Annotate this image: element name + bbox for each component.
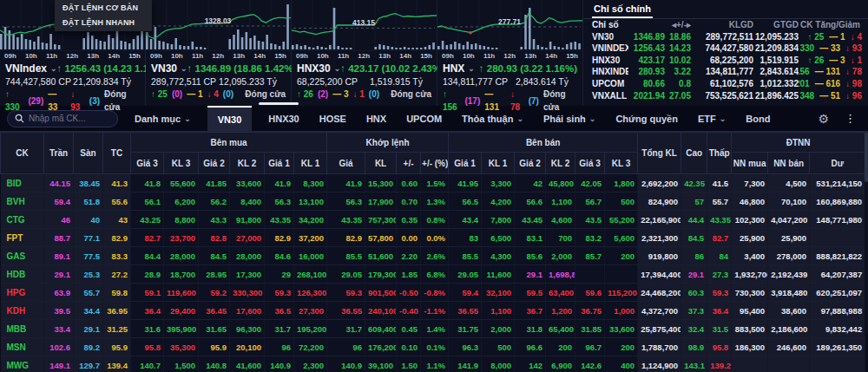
- floor-count: (0): [369, 88, 379, 101]
- col-header[interactable]: Giá 1: [265, 153, 294, 174]
- cell-s-gia2: 96.6: [515, 338, 546, 356]
- col-header[interactable]: +/-: [397, 153, 421, 174]
- col-header[interactable]: KL 2: [230, 153, 265, 174]
- cell-b-kl1: 268,100: [294, 265, 327, 284]
- cell-s-kl2: 700: [546, 229, 575, 247]
- table-row[interactable]: MWG149.1129.7139.4140.71,500140.841,6001…: [1, 356, 865, 372]
- menu-item-hnx30[interactable]: HNX30: [265, 106, 302, 132]
- cell-ck[interactable]: GAS: [1, 247, 44, 265]
- col-header[interactable]: KL 1: [482, 153, 515, 174]
- decliners: ↓ 78: [510, 88, 524, 114]
- col-group-khớp-lệnh[interactable]: Khớp lệnh: [327, 133, 449, 153]
- cell-s-gia3: 43.5: [575, 211, 605, 229]
- index-row[interactable]: VNINDEX1256.4314.23744,427,58021,209.834…: [583, 42, 868, 55]
- col-group-ck[interactable]: CK: [1, 133, 44, 174]
- menu-item-bond[interactable]: Bond: [742, 106, 773, 132]
- cell-thap: 139.2: [707, 356, 732, 372]
- col-header[interactable]: Giá 3: [131, 153, 164, 174]
- context-menu-item[interactable]: ĐẶT LỆNH NHANH: [55, 16, 152, 30]
- menubar-icons: ⚙ ⋮: [818, 112, 868, 126]
- menu-item-chứng-quyền[interactable]: Chứng quyền: [612, 106, 681, 132]
- cell-ck[interactable]: HDB: [1, 265, 44, 284]
- cell-ck[interactable]: BID: [1, 174, 44, 193]
- col-group-tổng-kl[interactable]: Tổng KL: [638, 133, 681, 174]
- index-row[interactable]: HNX30423.1710.0268,225,2001,519.915↑ 26—…: [583, 55, 868, 67]
- index-row[interactable]: VNXALL2021.9427.05753,525,62121,896.425↑…: [583, 90, 868, 102]
- col-header[interactable]: CK Tăng/Giảm: [799, 19, 867, 31]
- index-row[interactable]: HNXINDEX280.933.22134,811,7772,843.614↑ …: [583, 66, 868, 78]
- cell-ck[interactable]: BVH: [1, 193, 44, 211]
- kebab-menu-icon[interactable]: ⋮: [845, 112, 856, 125]
- col-group-cao[interactable]: Cao: [681, 133, 707, 174]
- col-header[interactable]: Giá 2: [199, 153, 230, 174]
- menu-item-hose[interactable]: HOSE: [316, 106, 350, 132]
- scrollbar-thumb[interactable]: [865, 132, 868, 182]
- cell-ck[interactable]: FPT: [1, 229, 44, 247]
- col-header[interactable]: +/- (%): [421, 153, 449, 174]
- index-summary: HNX30⌄↑ 423.17 (10.02 2.43%): [292, 61, 437, 75]
- col-header[interactable]: Dư: [810, 153, 865, 174]
- table-row[interactable]: HDB29.125.327.228.918,70028.9517,3002926…: [1, 265, 865, 284]
- col-group-tc[interactable]: TC: [103, 133, 131, 174]
- gear-icon[interactable]: ⚙: [818, 112, 829, 126]
- table-row[interactable]: KDH39.534.436.9536.429,40036.4517,60036.…: [1, 302, 865, 320]
- cell-ck[interactable]: MSN: [1, 338, 44, 356]
- col-header[interactable]: [628, 19, 665, 31]
- cell-ck[interactable]: MWG: [1, 356, 44, 372]
- cell-ck[interactable]: KDH: [1, 302, 44, 320]
- table-row[interactable]: BID44.1538.4541.341.855,60041.8533,60041…: [1, 174, 865, 193]
- table-row[interactable]: BVH59.451.855.656.16,20056.28,40056.313,…: [1, 193, 865, 211]
- index-selector[interactable]: VNIndex⌄: [5, 62, 57, 75]
- menu-item-hnx[interactable]: HNX: [363, 106, 390, 132]
- col-group-sàn[interactable]: Sàn: [74, 133, 103, 174]
- col-group-bên-bán[interactable]: Bên bán: [449, 133, 638, 153]
- col-header[interactable]: KLGD: [691, 19, 753, 31]
- col-header[interactable]: KL 3: [164, 153, 199, 174]
- col-header[interactable]: GTGD: [753, 19, 799, 31]
- total-shares: 744,427,580 CP: [5, 75, 71, 88]
- col-header-sortable[interactable]: ◂+/-▸: [665, 19, 691, 31]
- menu-item-vn30[interactable]: VN30: [207, 106, 253, 132]
- table-row[interactable]: FPT88.777.182.982.723,70082.827,00082.93…: [1, 229, 865, 247]
- vertical-scrollbar[interactable]: [865, 132, 868, 334]
- index-row-name: VNXALL: [583, 90, 628, 102]
- table-row[interactable]: MBB33.429.131.2531.6395,90031.6596,30031…: [1, 320, 865, 338]
- breadth-line: ↑ 26(2)— 3↓ 1(0)Đóng cửa: [292, 88, 437, 101]
- col-group-thấp[interactable]: Thấp: [707, 133, 732, 174]
- col-header[interactable]: Giá: [327, 153, 365, 174]
- menu-item-etf[interactable]: ETF⌄: [694, 106, 729, 132]
- time-label: 12h: [212, 51, 224, 61]
- col-header[interactable]: Giá 3: [575, 153, 605, 174]
- col-header[interactable]: NN mua: [732, 153, 768, 174]
- cell-ck[interactable]: CTG: [1, 211, 44, 229]
- col-header[interactable]: KL 2: [546, 153, 575, 174]
- index-row[interactable]: VN301346.8918.86289,772,51112,095.233↑ 2…: [583, 31, 868, 43]
- time-label: 11h: [338, 51, 349, 61]
- context-menu-item[interactable]: ĐẶT LỆNH CƠ BẢN: [55, 1, 152, 16]
- table-row[interactable]: HPG63.955.759.859.1119,60059.2330,30059.…: [1, 284, 865, 302]
- col-header[interactable]: Giá 2: [515, 153, 546, 174]
- cell-ck[interactable]: MBB: [1, 320, 44, 338]
- cell-ck[interactable]: HPG: [1, 284, 44, 302]
- index-selector[interactable]: HNX30⌄: [297, 62, 340, 75]
- table-row[interactable]: GAS89.177.583.384.428,00084.528,00084.61…: [1, 247, 865, 265]
- index-row[interactable]: UPCOM80.660.861,102,5761,012.332↑ 201— 6…: [583, 78, 868, 90]
- col-group-đtnn[interactable]: ĐTNN: [732, 133, 865, 153]
- time-label: 09h: [4, 51, 16, 61]
- col-group-trần[interactable]: Trần: [44, 133, 74, 174]
- table-row[interactable]: CTG46404343.258,80043.391,80043.3534,200…: [1, 211, 865, 229]
- col-header[interactable]: KL 3: [605, 153, 638, 174]
- tab-main-indices[interactable]: Chỉ số chính: [592, 2, 653, 18]
- table-row[interactable]: MSN102.689.295.995.835,30095.920,1009672…: [1, 338, 865, 356]
- col-group-bên-mua[interactable]: Bên mua: [131, 133, 327, 153]
- table-header: CKTrầnSànTCBên muaKhớp lệnhBên bánTổng K…: [1, 133, 865, 174]
- col-header[interactable]: KL 1: [294, 153, 327, 174]
- index-selector[interactable]: VN30⌄: [151, 62, 187, 75]
- col-header[interactable]: KL: [365, 153, 397, 174]
- col-header[interactable]: Giá 1: [449, 153, 482, 174]
- col-header[interactable]: NN bán: [768, 153, 810, 174]
- col-header[interactable]: Chỉ số: [583, 19, 628, 31]
- cell-du: 148,771,980: [810, 211, 865, 229]
- index-selector[interactable]: HNX⌄: [443, 62, 475, 75]
- cell-nn-mua: 3,400: [732, 247, 768, 265]
